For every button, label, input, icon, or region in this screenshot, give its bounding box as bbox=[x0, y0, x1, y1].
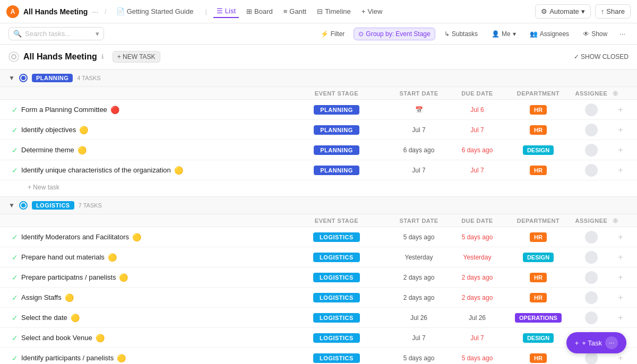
logistics-table-header: EVENT STAGE START DATE DUE DATE DEPARTME… bbox=[0, 214, 637, 227]
task-start-date: Yesterday bbox=[390, 254, 448, 261]
subtasks-icon: ↳ bbox=[444, 30, 450, 38]
automate-icon: ⚙ bbox=[541, 7, 547, 15]
me-button[interactable]: 👤 Me ▾ bbox=[487, 28, 521, 40]
task-name[interactable]: Identify unique characteristics of the o… bbox=[21, 166, 283, 175]
task-check[interactable]: ✓ bbox=[8, 253, 21, 262]
task-due-date: Jul 7 bbox=[448, 126, 506, 134]
group-logistics-header: ▼ LOGISTICS 7 TASKS bbox=[0, 196, 637, 214]
show-button[interactable]: 👁 Show bbox=[578, 28, 612, 40]
table-row: ✓ Form a Planning Committee 🔴 PLANNING 📅… bbox=[0, 100, 637, 120]
planning-chevron[interactable]: ▼ bbox=[8, 74, 15, 82]
task-add-icon[interactable]: + bbox=[613, 253, 629, 262]
avatar bbox=[585, 352, 598, 365]
top-nav: A All Hands Meeting ··· / 📄 Getting Star… bbox=[0, 0, 637, 23]
add-column-icon[interactable]: ⊕ bbox=[613, 89, 618, 97]
task-name[interactable]: Form a Planning Committee 🔴 bbox=[21, 106, 283, 114]
show-icon: 👁 bbox=[583, 30, 589, 38]
task-add-icon[interactable]: + bbox=[613, 313, 629, 323]
task-start-date: 📅 bbox=[390, 106, 448, 114]
plus-icon: + bbox=[575, 339, 579, 347]
task-add-icon[interactable]: + bbox=[613, 105, 629, 115]
task-name[interactable]: Prepare hand out materials 🟡 bbox=[21, 253, 283, 262]
warning-icon: 🟡 bbox=[108, 253, 117, 262]
task-name[interactable]: Identify Moderators and Facilitators 🟡 bbox=[21, 233, 283, 241]
task-department: HR bbox=[506, 166, 570, 175]
task-check[interactable]: ✓ bbox=[8, 233, 21, 241]
table-row: ✓ Identify participants / panelists 🟡 LO… bbox=[0, 348, 637, 364]
task-name[interactable]: Identify objectives 🟡 bbox=[21, 126, 283, 134]
logistics-chevron[interactable]: ▼ bbox=[8, 202, 15, 209]
logistics-count: 7 TASKS bbox=[79, 202, 102, 209]
new-task-button[interactable]: + NEW TASK bbox=[113, 51, 160, 63]
table-row: ✓ Identify Moderators and Facilitators 🟡… bbox=[0, 227, 637, 247]
calendar-icon: 📅 bbox=[415, 106, 423, 114]
task-name[interactable]: Select the date 🟡 bbox=[21, 314, 283, 322]
tab-timeline[interactable]: ⊟ Timeline bbox=[314, 5, 354, 18]
logistics-circle-icon bbox=[19, 201, 28, 210]
app-icon: A bbox=[6, 5, 19, 18]
task-name[interactable]: Identify participants / panelists 🟡 bbox=[21, 354, 283, 362]
task-stage: PLANNING bbox=[283, 166, 390, 175]
subtasks-button[interactable]: ↳ Subtasks bbox=[440, 28, 483, 40]
search-box[interactable]: 🔍 Search tasks... ▾ bbox=[8, 27, 104, 40]
filter-icon: ⚡ bbox=[321, 30, 329, 38]
task-name[interactable]: Prepare participatns / panelists 🟡 bbox=[21, 273, 283, 282]
task-name[interactable]: Select and book Venue 🟡 bbox=[21, 334, 283, 342]
tab-list[interactable]: ☰ List bbox=[213, 5, 239, 18]
task-check[interactable]: ✓ bbox=[8, 106, 21, 114]
search-icon: 🔍 bbox=[13, 30, 22, 38]
tab-view-add[interactable]: + View bbox=[358, 5, 386, 18]
more-button[interactable]: ··· bbox=[616, 28, 629, 40]
info-icon: ℹ bbox=[101, 53, 104, 60]
task-add-icon[interactable]: + bbox=[613, 293, 629, 302]
task-add-icon[interactable]: + bbox=[613, 125, 629, 135]
task-add-icon[interactable]: + bbox=[613, 353, 629, 363]
warning-icon: 🟡 bbox=[65, 293, 74, 302]
warning-icon: 🟡 bbox=[117, 354, 126, 362]
task-check[interactable]: ✓ bbox=[8, 314, 21, 322]
group-by-button[interactable]: ⊙ Group by: Event Stage bbox=[354, 28, 435, 40]
add-column-icon[interactable]: ⊕ bbox=[613, 216, 618, 224]
task-add-icon[interactable]: + bbox=[613, 166, 629, 175]
assignees-button[interactable]: 👥 Assignees bbox=[525, 28, 574, 40]
new-task-row-planning[interactable]: + New task bbox=[0, 180, 637, 196]
avatar bbox=[585, 291, 598, 304]
fab-task-button[interactable]: + + Task ··· bbox=[566, 332, 626, 353]
fab-more-icon[interactable]: ··· bbox=[605, 336, 618, 349]
show-closed-button[interactable]: ✓ SHOW CLOSED bbox=[574, 53, 629, 60]
share-button[interactable]: ↑ Share bbox=[595, 4, 631, 19]
automate-button[interactable]: ⚙ Automate ▾ bbox=[535, 4, 591, 19]
task-due-date: 5 days ago bbox=[448, 354, 506, 362]
task-check[interactable]: ✓ bbox=[8, 126, 21, 134]
task-check[interactable]: ✓ bbox=[8, 146, 21, 154]
page-header: All Hands Meeting ℹ + NEW TASK ✓ SHOW CL… bbox=[0, 45, 637, 69]
nav-getting-started[interactable]: 📄 Getting Started Guide bbox=[113, 5, 197, 18]
warning-icon: 🟡 bbox=[78, 146, 87, 154]
task-check[interactable]: ✓ bbox=[8, 273, 21, 282]
task-check[interactable]: ✓ bbox=[8, 166, 21, 175]
task-start-date: 2 days ago bbox=[390, 294, 448, 301]
assignees-icon: 👥 bbox=[530, 30, 538, 38]
task-name[interactable]: Determine theme 🟡 bbox=[21, 146, 283, 154]
task-start-date: 2 days ago bbox=[390, 274, 448, 281]
timeline-icon: ⊟ bbox=[317, 7, 323, 15]
task-check[interactable]: ✓ bbox=[8, 354, 21, 362]
task-check[interactable]: ✓ bbox=[8, 293, 21, 302]
avatar bbox=[585, 103, 598, 116]
warning-icon: 🟡 bbox=[174, 166, 183, 175]
tab-gantt[interactable]: ≡ Gantt bbox=[280, 5, 309, 18]
task-add-icon[interactable]: + bbox=[613, 273, 629, 282]
task-add-icon[interactable]: + bbox=[613, 145, 629, 155]
board-icon: ⊞ bbox=[246, 7, 252, 15]
task-add-icon[interactable]: + bbox=[613, 232, 629, 242]
task-due-date: Jul 7 bbox=[448, 167, 506, 174]
filter-button[interactable]: ⚡ Filter bbox=[316, 28, 350, 40]
task-assignee bbox=[570, 124, 613, 136]
warning-icon: 🟡 bbox=[132, 233, 141, 241]
tab-board[interactable]: ⊞ Board bbox=[243, 5, 276, 18]
nav-dots[interactable]: ··· bbox=[92, 7, 98, 16]
task-due-date: Yesterday bbox=[448, 254, 506, 261]
page-title: All Hands Meeting bbox=[23, 52, 97, 62]
task-check[interactable]: ✓ bbox=[8, 334, 21, 342]
task-name[interactable]: Assign Staffs 🟡 bbox=[21, 293, 283, 302]
